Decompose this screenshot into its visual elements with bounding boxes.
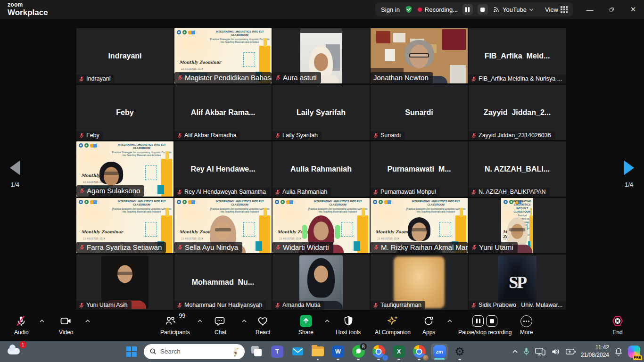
view-button[interactable]: View <box>545 6 568 13</box>
search-icon <box>149 348 157 355</box>
slide-title: INTEGRATING LINGUISTICS INTO ELT CLASSRO… <box>209 30 270 37</box>
participant-tile[interactable]: Yuni Utami Asih <box>76 255 173 310</box>
pause-recording-icon[interactable] <box>472 315 484 327</box>
microphone-in-use-icon[interactable] <box>523 347 530 356</box>
settings-gear-icon[interactable]: ⚙ <box>452 344 468 360</box>
sign-in-button[interactable]: Sign in <box>381 6 400 13</box>
pause-stop-recording-button[interactable]: Pause/stop recording <box>458 315 512 336</box>
participant-tile[interactable]: N. AZIZAH_BALI...N. AZIZAH_BALIKPAPAN <box>469 141 566 197</box>
task-view-button[interactable] <box>249 344 265 360</box>
pause-recording-button[interactable] <box>462 4 473 15</box>
mail-icon[interactable] <box>289 344 305 360</box>
teams-icon[interactable]: T <box>269 344 285 360</box>
chat-button[interactable]: Chat <box>215 315 226 336</box>
gallery-next-page[interactable]: 1/4 <box>615 160 643 188</box>
participant-tile[interactable]: SunardiSunardi <box>371 85 468 140</box>
ai-companion-button[interactable]: AI Companion <box>375 315 411 336</box>
chrome-profile2-icon[interactable] <box>411 344 427 360</box>
participant-tile[interactable]: Aulia RahmaniahAulia Rahmaniah <box>272 141 370 197</box>
participant-tile[interactable]: Amanda Mutia <box>272 255 370 310</box>
muted-mic-icon <box>79 244 85 250</box>
participant-tile[interactable]: Jonathan Newton <box>371 28 468 83</box>
participant-tile[interactable]: Taufiqurrahman <box>371 255 468 310</box>
participant-tile[interactable]: INTEGRATING LINGUISTICS INTO ELT CLASSRO… <box>174 198 272 253</box>
participant-tile[interactable]: Zayyid Jiddan_2...Zayyid Jiddan_23140260… <box>469 85 566 140</box>
hidden-icons-chevron[interactable] <box>512 349 518 354</box>
participant-tile[interactable]: Mohammad Nu...Mohammad Nur Hadiyansyah <box>174 255 272 310</box>
chat-options-chevron[interactable] <box>241 316 247 325</box>
participant-tile[interactable]: INTEGRATING LINGUISTICS INTO ELT CLASSRO… <box>272 198 370 253</box>
battery-charging-icon[interactable] <box>565 348 576 355</box>
chrome-icon[interactable] <box>371 344 387 360</box>
taskbar-clock[interactable]: 11:42 21/08/2024 <box>581 344 609 359</box>
more-button[interactable]: More <box>520 315 533 336</box>
notification-bell-snooze-icon[interactable]: z <box>614 347 623 356</box>
audio-button[interactable]: Audio <box>14 315 29 336</box>
host-tools-button[interactable]: Host tools <box>336 315 361 336</box>
participant-tile[interactable]: Laily SyarifahLaily Syarifah <box>272 85 370 140</box>
meeting-security-shield-icon[interactable] <box>405 5 413 14</box>
participant-tile[interactable]: SPSidik Prabowo _Univ. Mulawar... <box>469 255 566 310</box>
video-options-chevron[interactable] <box>85 316 91 325</box>
stop-recording-icon[interactable] <box>486 315 497 327</box>
participant-tile[interactable]: Purnamawati M...Purnamawati Mohpul <box>371 141 468 197</box>
zoom-app-icon[interactable]: zm <box>431 344 447 360</box>
audio-options-chevron[interactable] <box>39 316 45 325</box>
participant-name-label: Mohammad Nur Hadiyansyah <box>174 301 266 310</box>
excel-icon[interactable]: X <box>391 344 407 360</box>
weather-cloud-icon <box>8 348 20 354</box>
participant-tile[interactable]: INTEGRATING LINGUISTICS INTO ELT CLASSRO… <box>371 198 468 253</box>
participant-tile[interactable]: Alif Akbar Rama...Alif Akbar Ramadha <box>174 85 272 140</box>
participant-name-text: Feby <box>86 132 99 139</box>
live-stream-control[interactable]: YouTube <box>493 6 534 13</box>
weather-widget[interactable]: 1 <box>7 343 25 359</box>
muted-mic-icon <box>177 189 182 195</box>
participant-tile[interactable]: IndrayaniIndrayani <box>76 28 173 83</box>
apps-options-chevron[interactable] <box>447 316 453 325</box>
participants-button[interactable]: 99 Participants <box>160 315 190 336</box>
participant-tile[interactable]: FebyFeby <box>76 85 173 140</box>
participant-name-text: M. Rizky Raihan Akmal Marsudi <box>381 243 468 251</box>
next-page-arrow-icon[interactable] <box>624 160 634 175</box>
copilot-icon[interactable]: PRE <box>628 346 640 358</box>
whatsapp-icon[interactable]: 8 <box>350 344 366 360</box>
cast-display-icon[interactable] <box>535 347 546 356</box>
participant-tile[interactable]: INTEGRATING LINGUISTICS INTO ELT CLASSRO… <box>76 198 173 253</box>
apps-button[interactable]: Apps <box>422 315 435 336</box>
stop-recording-button[interactable] <box>478 4 488 15</box>
share-options-chevron[interactable] <box>324 316 330 325</box>
start-button[interactable] <box>124 344 140 360</box>
word-icon[interactable]: W <box>330 344 346 360</box>
participant-name-label: Widarti Widarti <box>272 242 333 253</box>
restore-button[interactable] <box>601 0 622 19</box>
end-meeting-button[interactable]: End <box>611 315 624 336</box>
react-button[interactable]: React <box>256 315 270 336</box>
gallery-prev-page[interactable]: 1/4 <box>1 160 29 188</box>
face <box>314 222 329 240</box>
participant-tile[interactable]: Rey Al Hendawe...Rey Al Hendaweyah Saman… <box>174 141 272 197</box>
participant-name-label: Yuni Utami <box>469 242 518 253</box>
participants-options-chevron[interactable] <box>197 316 203 325</box>
previous-page-arrow-icon[interactable] <box>10 160 20 175</box>
slide-logo-icon <box>504 200 508 204</box>
taskbar-search[interactable]: Search <box>144 344 245 359</box>
participant-name-label: Farra Syarliza Setiawan <box>76 242 166 253</box>
file-explorer-icon[interactable] <box>310 344 326 360</box>
muted-mic-icon <box>79 76 84 82</box>
minimize-button[interactable]: — <box>579 0 601 19</box>
participant-tile[interactable]: INTEGRATING LINGUISTICS INTO ELT CLASSRO… <box>76 141 173 197</box>
window-controls: — ✕ <box>579 0 644 19</box>
close-button[interactable]: ✕ <box>622 0 644 19</box>
participant-tile[interactable]: INTEGRATING LINGUISTICS INTO ELT CLASSRO… <box>174 28 272 83</box>
participant-name-text: Sidik Prabowo _Univ. Mulawar... <box>479 302 562 308</box>
video-button[interactable]: Video <box>59 315 73 336</box>
share-screen-button[interactable]: Share <box>298 315 314 336</box>
slide-shape <box>157 185 164 194</box>
participant-tile[interactable]: INTEGRATING LINGUISTICS INTO ELT CLASSRO… <box>469 198 566 253</box>
participant-tile[interactable]: Aura astuti <box>272 28 370 83</box>
participant-name-label: M. Rizky Raihan Akmal Marsudi <box>371 242 468 253</box>
speaker-icon[interactable] <box>551 347 561 356</box>
slide-subtitle: Practical Strategies for Incorporating L… <box>111 151 172 157</box>
muted-mic-icon <box>275 302 281 308</box>
participant-tile[interactable]: FIB_Arfika Meid...FIB_Arfika Meidina & N… <box>469 28 566 83</box>
